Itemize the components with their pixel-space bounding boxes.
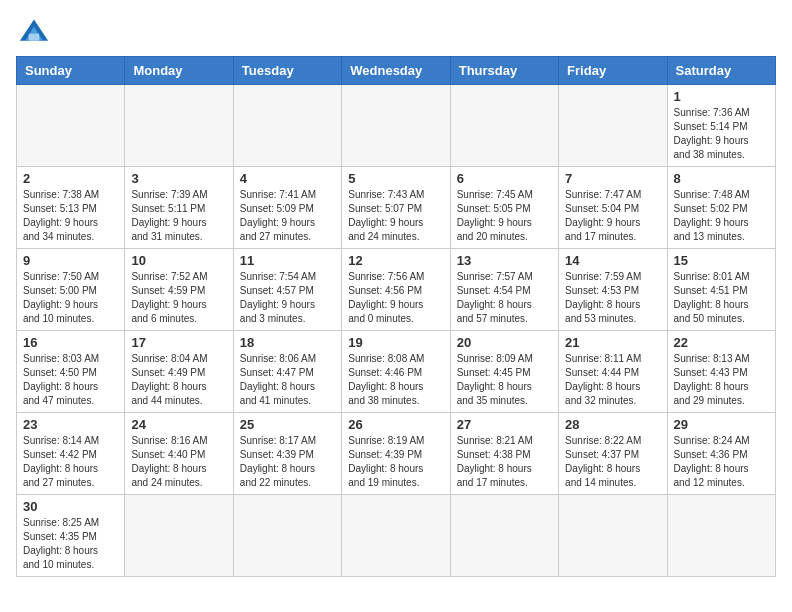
day-number: 19 [348,335,443,350]
day-number: 28 [565,417,660,432]
calendar-week-row: 2Sunrise: 7:38 AM Sunset: 5:13 PM Daylig… [17,167,776,249]
day-number: 24 [131,417,226,432]
day-number: 12 [348,253,443,268]
weekday-header: Tuesday [233,57,341,85]
day-info: Sunrise: 7:59 AM Sunset: 4:53 PM Dayligh… [565,270,660,326]
day-info: Sunrise: 7:43 AM Sunset: 5:07 PM Dayligh… [348,188,443,244]
day-info: Sunrise: 7:38 AM Sunset: 5:13 PM Dayligh… [23,188,118,244]
calendar-cell [667,495,775,577]
calendar-cell: 17Sunrise: 8:04 AM Sunset: 4:49 PM Dayli… [125,331,233,413]
calendar-cell: 8Sunrise: 7:48 AM Sunset: 5:02 PM Daylig… [667,167,775,249]
day-number: 6 [457,171,552,186]
calendar-cell: 2Sunrise: 7:38 AM Sunset: 5:13 PM Daylig… [17,167,125,249]
day-info: Sunrise: 7:36 AM Sunset: 5:14 PM Dayligh… [674,106,769,162]
day-info: Sunrise: 8:25 AM Sunset: 4:35 PM Dayligh… [23,516,118,572]
day-info: Sunrise: 7:47 AM Sunset: 5:04 PM Dayligh… [565,188,660,244]
calendar-cell [559,495,667,577]
calendar-cell: 24Sunrise: 8:16 AM Sunset: 4:40 PM Dayli… [125,413,233,495]
calendar-cell [233,85,341,167]
calendar-cell: 9Sunrise: 7:50 AM Sunset: 5:00 PM Daylig… [17,249,125,331]
day-info: Sunrise: 8:09 AM Sunset: 4:45 PM Dayligh… [457,352,552,408]
calendar-cell: 30Sunrise: 8:25 AM Sunset: 4:35 PM Dayli… [17,495,125,577]
day-info: Sunrise: 7:45 AM Sunset: 5:05 PM Dayligh… [457,188,552,244]
day-info: Sunrise: 7:56 AM Sunset: 4:56 PM Dayligh… [348,270,443,326]
day-number: 20 [457,335,552,350]
weekday-header-row: SundayMondayTuesdayWednesdayThursdayFrid… [17,57,776,85]
day-number: 8 [674,171,769,186]
day-info: Sunrise: 8:06 AM Sunset: 4:47 PM Dayligh… [240,352,335,408]
calendar-cell [125,495,233,577]
day-number: 10 [131,253,226,268]
calendar-cell [450,495,558,577]
calendar-week-row: 23Sunrise: 8:14 AM Sunset: 4:42 PM Dayli… [17,413,776,495]
day-info: Sunrise: 8:22 AM Sunset: 4:37 PM Dayligh… [565,434,660,490]
day-info: Sunrise: 8:14 AM Sunset: 4:42 PM Dayligh… [23,434,118,490]
calendar-cell: 7Sunrise: 7:47 AM Sunset: 5:04 PM Daylig… [559,167,667,249]
calendar-cell: 18Sunrise: 8:06 AM Sunset: 4:47 PM Dayli… [233,331,341,413]
calendar-week-row: 30Sunrise: 8:25 AM Sunset: 4:35 PM Dayli… [17,495,776,577]
day-number: 7 [565,171,660,186]
calendar-cell: 15Sunrise: 8:01 AM Sunset: 4:51 PM Dayli… [667,249,775,331]
calendar-cell: 10Sunrise: 7:52 AM Sunset: 4:59 PM Dayli… [125,249,233,331]
day-number: 26 [348,417,443,432]
logo-icon [16,16,52,46]
calendar-cell [17,85,125,167]
day-info: Sunrise: 8:01 AM Sunset: 4:51 PM Dayligh… [674,270,769,326]
day-number: 2 [23,171,118,186]
calendar-cell: 5Sunrise: 7:43 AM Sunset: 5:07 PM Daylig… [342,167,450,249]
day-number: 18 [240,335,335,350]
calendar-cell [342,85,450,167]
day-info: Sunrise: 8:04 AM Sunset: 4:49 PM Dayligh… [131,352,226,408]
calendar-cell: 21Sunrise: 8:11 AM Sunset: 4:44 PM Dayli… [559,331,667,413]
calendar-week-row: 9Sunrise: 7:50 AM Sunset: 5:00 PM Daylig… [17,249,776,331]
day-number: 15 [674,253,769,268]
weekday-header: Wednesday [342,57,450,85]
day-number: 21 [565,335,660,350]
calendar-cell: 4Sunrise: 7:41 AM Sunset: 5:09 PM Daylig… [233,167,341,249]
calendar-cell: 19Sunrise: 8:08 AM Sunset: 4:46 PM Dayli… [342,331,450,413]
weekday-header: Thursday [450,57,558,85]
day-number: 25 [240,417,335,432]
calendar-week-row: 16Sunrise: 8:03 AM Sunset: 4:50 PM Dayli… [17,331,776,413]
day-info: Sunrise: 7:39 AM Sunset: 5:11 PM Dayligh… [131,188,226,244]
weekday-header: Saturday [667,57,775,85]
day-number: 3 [131,171,226,186]
logo [16,16,56,46]
day-number: 17 [131,335,226,350]
day-number: 4 [240,171,335,186]
day-number: 30 [23,499,118,514]
day-number: 22 [674,335,769,350]
calendar-cell: 28Sunrise: 8:22 AM Sunset: 4:37 PM Dayli… [559,413,667,495]
calendar-cell: 29Sunrise: 8:24 AM Sunset: 4:36 PM Dayli… [667,413,775,495]
day-info: Sunrise: 8:03 AM Sunset: 4:50 PM Dayligh… [23,352,118,408]
day-number: 5 [348,171,443,186]
calendar-cell [342,495,450,577]
day-info: Sunrise: 8:13 AM Sunset: 4:43 PM Dayligh… [674,352,769,408]
weekday-header: Sunday [17,57,125,85]
day-number: 23 [23,417,118,432]
day-info: Sunrise: 7:54 AM Sunset: 4:57 PM Dayligh… [240,270,335,326]
day-info: Sunrise: 8:19 AM Sunset: 4:39 PM Dayligh… [348,434,443,490]
calendar-cell: 23Sunrise: 8:14 AM Sunset: 4:42 PM Dayli… [17,413,125,495]
day-number: 29 [674,417,769,432]
day-info: Sunrise: 7:48 AM Sunset: 5:02 PM Dayligh… [674,188,769,244]
day-info: Sunrise: 8:24 AM Sunset: 4:36 PM Dayligh… [674,434,769,490]
calendar-cell: 16Sunrise: 8:03 AM Sunset: 4:50 PM Dayli… [17,331,125,413]
calendar-cell: 1Sunrise: 7:36 AM Sunset: 5:14 PM Daylig… [667,85,775,167]
calendar-cell: 25Sunrise: 8:17 AM Sunset: 4:39 PM Dayli… [233,413,341,495]
day-number: 27 [457,417,552,432]
day-info: Sunrise: 8:16 AM Sunset: 4:40 PM Dayligh… [131,434,226,490]
calendar-cell [233,495,341,577]
day-info: Sunrise: 7:57 AM Sunset: 4:54 PM Dayligh… [457,270,552,326]
day-number: 14 [565,253,660,268]
day-number: 1 [674,89,769,104]
calendar-cell [125,85,233,167]
calendar-cell: 26Sunrise: 8:19 AM Sunset: 4:39 PM Dayli… [342,413,450,495]
calendar-cell [450,85,558,167]
day-info: Sunrise: 7:50 AM Sunset: 5:00 PM Dayligh… [23,270,118,326]
day-info: Sunrise: 8:11 AM Sunset: 4:44 PM Dayligh… [565,352,660,408]
calendar-cell: 13Sunrise: 7:57 AM Sunset: 4:54 PM Dayli… [450,249,558,331]
svg-rect-2 [29,34,40,41]
calendar-cell: 12Sunrise: 7:56 AM Sunset: 4:56 PM Dayli… [342,249,450,331]
day-number: 16 [23,335,118,350]
